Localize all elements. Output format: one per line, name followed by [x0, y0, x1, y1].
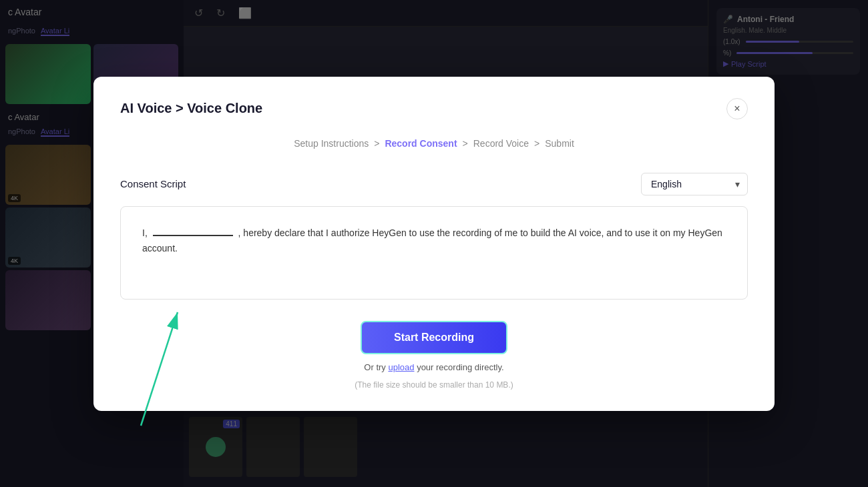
upload-suffix: your recording directly.	[417, 362, 504, 372]
voice-clone-modal: AI Voice > Voice Clone × Setup Instructi…	[93, 77, 775, 411]
upload-prefix: Or try	[364, 362, 386, 372]
language-select-wrapper[interactable]: English Spanish French German Chinese Ja…	[641, 173, 748, 195]
consent-script-label: Consent Script	[120, 178, 186, 189]
step-2: Record Consent	[385, 138, 457, 149]
consent-text-part1: I,	[142, 227, 148, 238]
upload-text: Or try upload your recording directly.	[364, 362, 503, 372]
file-hint: (The file size should be smaller than 10…	[355, 380, 513, 390]
step-4: Submit	[545, 138, 574, 149]
start-recording-button[interactable]: Start Recording	[361, 321, 507, 354]
modal-actions: Start Recording Or try upload your recor…	[120, 321, 748, 390]
step-arrow-3: >	[534, 138, 539, 149]
step-3: Record Voice	[473, 138, 529, 149]
close-button[interactable]: ×	[726, 98, 748, 119]
consent-text-box: I, , hereby declare that I authorize Hey…	[120, 206, 748, 300]
modal-overlay: AI Voice > Voice Clone × Setup Instructi…	[0, 0, 868, 487]
stepper: Setup Instructions > Record Consent > Re…	[120, 138, 748, 149]
modal-title: AI Voice > Voice Clone	[120, 101, 262, 116]
step-1: Setup Instructions	[294, 138, 369, 149]
consent-text: I, , hereby declare that I authorize Hey…	[142, 225, 726, 258]
consent-text-part2: , hereby declare that I authorize HeyGen…	[142, 227, 722, 254]
step-arrow-2: >	[463, 138, 468, 149]
step-arrow-1: >	[374, 138, 379, 149]
consent-script-header: Consent Script English Spanish French Ge…	[120, 173, 748, 195]
upload-link[interactable]: upload	[388, 362, 414, 372]
consent-blank	[153, 235, 233, 236]
modal-header: AI Voice > Voice Clone ×	[120, 98, 748, 119]
language-select[interactable]: English Spanish French German Chinese Ja…	[641, 173, 748, 195]
